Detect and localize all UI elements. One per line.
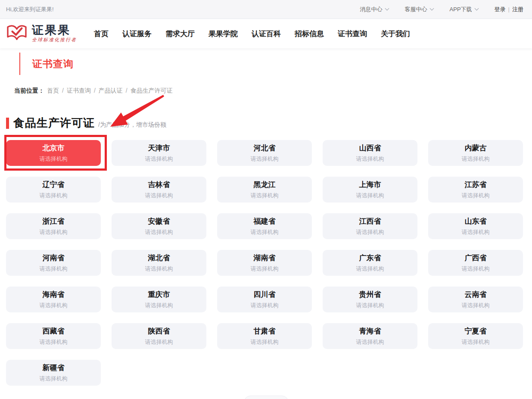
province-card-24[interactable]: 云南省请选择机构	[428, 287, 523, 312]
province-card-subtitle: 请选择机构	[145, 265, 173, 273]
logo-tagline: 全球标准化推行者	[32, 37, 77, 43]
province-card-subtitle: 请选择机构	[462, 228, 490, 236]
province-card-15[interactable]: 河南省请选择机构	[6, 250, 101, 276]
section-subtitle: /为产品加分，增市场份额	[98, 121, 166, 129]
breadcrumb-separator: /	[94, 87, 96, 94]
chevron-down-icon	[385, 6, 389, 11]
province-card-subtitle: 请选择机构	[462, 265, 490, 273]
province-card-6[interactable]: 吉林省请选择机构	[112, 177, 206, 203]
province-card-subtitle: 请选择机构	[356, 155, 384, 163]
province-card-19[interactable]: 广西省请选择机构	[428, 250, 523, 276]
province-card-subtitle: 请选择机构	[462, 302, 490, 309]
breadcrumb-item-3[interactable]: 食品生产许可证	[131, 87, 173, 94]
nav-item-2[interactable]: 需求大厅	[165, 29, 195, 39]
logo[interactable]: 证果果 全球标准化推行者	[6, 24, 77, 44]
province-name: 安徽省	[148, 217, 170, 226]
province-name: 海南省	[43, 290, 65, 299]
welcome-message: Hi,欢迎来到证果果!	[6, 6, 54, 13]
province-card-27[interactable]: 甘肃省请选择机构	[217, 323, 312, 349]
login-link[interactable]: 登录	[495, 6, 506, 12]
province-card-1[interactable]: 天津市请选择机构	[112, 140, 206, 166]
province-card-4[interactable]: 内蒙古请选择机构	[428, 140, 523, 166]
breadcrumb-item-0[interactable]: 首页	[47, 87, 59, 94]
topbar-menu-1[interactable]: 客服中心	[405, 6, 433, 13]
nav-item-7[interactable]: 关于我们	[381, 29, 410, 39]
province-card-26[interactable]: 陕西省请选择机构	[112, 323, 206, 349]
province-grid: 北京市请选择机构天津市请选择机构河北省请选择机构山西省请选择机构内蒙古请选择机构…	[6, 140, 523, 386]
province-name: 广西省	[465, 253, 487, 263]
province-name: 西藏省	[43, 327, 65, 336]
province-card-subtitle: 请选择机构	[251, 228, 279, 236]
register-link[interactable]: 注册	[512, 6, 523, 12]
province-card-7[interactable]: 黑龙江请选择机构	[217, 177, 312, 203]
province-name: 青海省	[359, 327, 381, 336]
breadcrumb-links: 首页/证书查询/产品认证/食品生产许可证	[47, 87, 173, 95]
province-card-28[interactable]: 青海省请选择机构	[323, 323, 417, 349]
nav-item-3[interactable]: 果果学院	[208, 29, 238, 39]
nav-item-1[interactable]: 认证服务	[122, 29, 152, 39]
province-card-subtitle: 请选择机构	[356, 265, 384, 273]
province-name: 福建省	[254, 217, 276, 226]
province-card-subtitle: 请选择机构	[356, 228, 384, 236]
province-card-21[interactable]: 重庆市请选择机构	[112, 287, 206, 312]
province-name: 天津市	[148, 143, 170, 153]
province-name: 江苏省	[465, 180, 487, 190]
section-accent-bar	[6, 118, 9, 129]
province-card-30[interactable]: 新疆省请选择机构	[6, 360, 101, 386]
province-card-23[interactable]: 贵州省请选择机构	[323, 287, 417, 312]
province-card-14[interactable]: 山东省请选择机构	[428, 213, 523, 239]
province-name: 上海市	[359, 180, 381, 190]
province-card-9[interactable]: 江苏省请选择机构	[428, 177, 523, 203]
province-card-2[interactable]: 河北省请选择机构	[217, 140, 312, 166]
province-card-22[interactable]: 四川省请选择机构	[217, 287, 312, 312]
province-card-16[interactable]: 湖北省请选择机构	[112, 250, 206, 276]
breadcrumb-item-1[interactable]: 证书查询	[67, 87, 91, 94]
province-card-subtitle: 请选择机构	[40, 375, 68, 383]
topbar-menus: 消息中心客服中心APP下载 登录|注册	[360, 6, 523, 13]
topbar-menu-label: 客服中心	[405, 6, 427, 13]
auth-links: 登录|注册	[495, 6, 523, 13]
topbar-menu-label: 消息中心	[360, 6, 383, 13]
breadcrumb-label: 当前位置：	[14, 87, 44, 95]
topbar-menu-0[interactable]: 消息中心	[360, 6, 389, 13]
nav-item-0[interactable]: 首页	[94, 29, 109, 39]
nav-item-6[interactable]: 证书查询	[338, 29, 367, 39]
province-name: 河北省	[254, 143, 276, 153]
nav-items: 首页认证服务需求大厅果果学院认证百科招标信息证书查询关于我们	[94, 29, 410, 39]
province-card-29[interactable]: 宁夏省请选择机构	[428, 323, 523, 349]
province-card-13[interactable]: 江西省请选择机构	[323, 213, 417, 239]
page-title: 证书查询	[32, 57, 74, 71]
province-card-8[interactable]: 上海市请选择机构	[323, 177, 417, 203]
province-card-3[interactable]: 山西省请选择机构	[323, 140, 417, 166]
breadcrumb-item-2[interactable]: 产品认证	[99, 87, 123, 94]
topbar-menu-label: APP下载	[450, 6, 472, 13]
breadcrumb-separator: /	[126, 87, 128, 94]
province-card-5[interactable]: 辽宁省请选择机构	[6, 177, 101, 203]
province-card-20[interactable]: 海南省请选择机构	[6, 287, 101, 312]
province-card-subtitle: 请选择机构	[40, 265, 68, 273]
province-card-subtitle: 请选择机构	[356, 192, 384, 200]
chevron-down-icon	[429, 6, 434, 11]
province-name: 吉林省	[148, 180, 170, 190]
annotation-highlight-box	[4, 135, 107, 171]
collapse-button[interactable]: 收起	[244, 396, 289, 399]
topbar: Hi,欢迎来到证果果! 消息中心客服中心APP下载 登录|注册	[0, 0, 532, 19]
province-card-10[interactable]: 浙江省请选择机构	[6, 213, 101, 239]
province-name: 陕西省	[148, 327, 170, 336]
province-card-12[interactable]: 福建省请选择机构	[217, 213, 312, 239]
province-card-0[interactable]: 北京市请选择机构	[6, 140, 101, 166]
province-card-subtitle: 请选择机构	[462, 338, 490, 346]
province-card-subtitle: 请选择机构	[40, 192, 68, 200]
province-card-25[interactable]: 西藏省请选择机构	[6, 323, 101, 349]
nav-item-4[interactable]: 认证百科	[252, 29, 281, 39]
province-card-17[interactable]: 湖南省请选择机构	[217, 250, 312, 276]
province-name: 宁夏省	[465, 327, 487, 336]
province-name: 黑龙江	[254, 180, 276, 190]
main-nav: 证果果 全球标准化推行者 首页认证服务需求大厅果果学院认证百科招标信息证书查询关…	[0, 19, 532, 48]
province-name: 浙江省	[43, 217, 65, 226]
topbar-menu-2[interactable]: APP下载	[450, 6, 478, 13]
province-card-subtitle: 请选择机构	[356, 302, 384, 309]
province-card-11[interactable]: 安徽省请选择机构	[112, 213, 206, 239]
province-card-18[interactable]: 广东省请选择机构	[323, 250, 417, 276]
nav-item-5[interactable]: 招标信息	[295, 29, 324, 39]
